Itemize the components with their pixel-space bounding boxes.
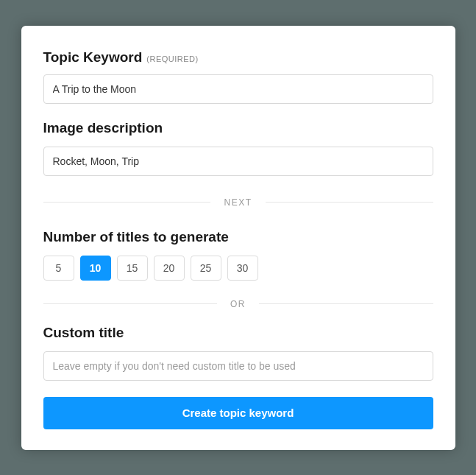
create-topic-keyword-button[interactable]: Create topic keyword <box>43 397 433 429</box>
titles-count-options: 51015202530 <box>43 256 433 281</box>
topic-keyword-label: Topic Keyword <box>43 49 143 66</box>
next-divider: NEXT <box>43 195 433 208</box>
titles-count-group: Number of titles to generate 51015202530 <box>43 229 433 281</box>
titles-count-option-25[interactable]: 25 <box>191 256 221 281</box>
titles-count-option-10[interactable]: 10 <box>80 256 111 281</box>
custom-title-label: Custom title <box>43 325 433 341</box>
topic-keyword-input[interactable] <box>43 74 433 104</box>
image-description-label: Image description <box>43 120 433 136</box>
custom-title-input[interactable] <box>43 351 433 381</box>
titles-count-option-15[interactable]: 15 <box>117 256 148 281</box>
titles-count-option-30[interactable]: 30 <box>227 256 258 281</box>
titles-count-option-5[interactable]: 5 <box>43 256 74 281</box>
or-divider: OR <box>43 297 433 310</box>
topic-keyword-group: Topic Keyword (REQUIRED) <box>43 49 433 104</box>
titles-count-label: Number of titles to generate <box>43 229 433 245</box>
custom-title-group: Custom title <box>43 325 433 381</box>
topic-keyword-label-row: Topic Keyword (REQUIRED) <box>43 49 433 66</box>
image-description-input[interactable] <box>43 147 433 176</box>
titles-count-option-20[interactable]: 20 <box>154 256 185 281</box>
form-card: Topic Keyword (REQUIRED) Image descripti… <box>21 26 455 450</box>
required-tag: (REQUIRED) <box>146 54 198 63</box>
image-description-group: Image description <box>43 120 433 176</box>
or-divider-text: OR <box>217 299 259 309</box>
next-divider-text: NEXT <box>210 197 265 208</box>
